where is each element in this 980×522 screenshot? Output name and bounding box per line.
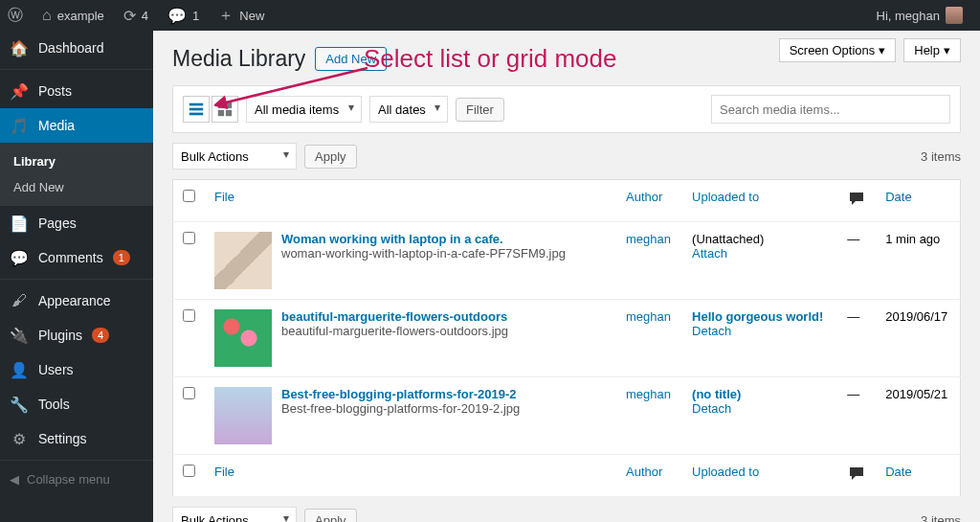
add-new-button[interactable]: Add New [315,47,387,71]
svg-rect-2 [189,113,203,116]
svg-rect-5 [218,110,224,116]
plugins-badge: 4 [92,328,109,343]
row-checkbox[interactable] [183,387,195,399]
svg-rect-4 [226,102,232,108]
detach-link[interactable]: Detach [692,324,731,338]
row-comments: — [837,222,876,300]
row-date: 2019/05/21 [876,377,960,455]
comment-icon: 💬 [10,248,29,267]
submenu-addnew[interactable]: Add New [0,174,153,200]
media-type-select[interactable]: All media items [246,96,362,123]
updates-link[interactable]: ⟳ 4 [116,0,156,31]
collapse-menu[interactable]: ◀ Collapse menu [0,465,153,494]
thumbnail[interactable] [214,387,272,444]
menu-dashboard[interactable]: 🏠 Dashboard [0,31,153,65]
file-title-link[interactable]: Best-free-blogging-platforms-for-2019-2 [281,387,517,401]
comment-column-icon[interactable] [847,465,866,484]
menu-label: Media [38,118,75,133]
svg-rect-1 [189,108,203,111]
update-icon: ⟳ [123,7,136,25]
col-date[interactable]: Date [885,190,911,204]
filter-button[interactable]: Filter [456,98,504,122]
list-view-button[interactable] [183,96,210,123]
date-select[interactable]: All dates [369,96,448,123]
file-title-link[interactable]: Woman working with laptop in a cafe. [281,232,503,246]
content-area: Screen Options ▾ Help ▾ Media Library Ad… [153,31,980,522]
item-count-bottom: 3 items [921,513,961,523]
thumbnail[interactable] [214,232,272,289]
uploaded-link[interactable]: (no title) [692,387,741,401]
new-link[interactable]: ＋ New [211,0,272,31]
account-link[interactable]: Hi, meghan [869,0,970,31]
admin-sidebar: 🏠 Dashboard 📌 Posts 🎵 Media Library Add … [0,31,153,522]
menu-posts[interactable]: 📌 Posts [0,74,153,108]
author-link[interactable]: meghan [626,232,671,246]
submenu-library[interactable]: Library [0,148,153,174]
select-all-top[interactable] [183,190,195,202]
svg-rect-0 [189,103,203,106]
menu-users[interactable]: 👤 Users [0,352,153,387]
apply-button-top[interactable]: Apply [304,145,357,169]
grid-view-button[interactable] [212,96,238,123]
file-title-link[interactable]: beautiful-marguerite-flowers-outdoors [281,309,507,324]
attach-link[interactable]: Attach [692,246,727,261]
row-checkbox[interactable] [183,309,195,322]
search-input[interactable] [711,95,950,124]
menu-settings[interactable]: ⚙ Settings [0,421,153,456]
plug-icon: 🔌 [10,326,29,345]
uploaded-link[interactable]: Hello gorgeous world! [692,309,823,324]
media-submenu: Library Add New [0,143,153,206]
menu-label: Appearance [38,293,111,308]
table-row: Best-free-blogging-platforms-for-2019-2 … [173,377,961,455]
col-uploaded[interactable]: Uploaded to [692,190,759,204]
thumbnail[interactable] [214,309,272,367]
author-link[interactable]: meghan [626,309,671,324]
menu-appearance[interactable]: 🖌 Appearance [0,284,153,318]
dashboard-icon: 🏠 [10,38,29,57]
comments-badge: 1 [113,250,130,265]
comment-column-icon[interactable] [847,190,866,209]
avatar [946,7,963,24]
table-row: beautiful-marguerite-flowers-outdoors be… [173,300,961,377]
row-comments: — [837,300,876,377]
menu-label: Tools [38,397,70,412]
col-file[interactable]: File [214,190,234,204]
comments-count: 1 [192,9,199,23]
help-button[interactable]: Help ▾ [903,38,961,62]
col-author[interactable]: Author [626,190,662,204]
detach-link[interactable]: Detach [692,401,731,416]
menu-label: Users [38,362,74,377]
wp-logo[interactable]: ⓦ [0,0,31,31]
site-link[interactable]: ⌂ example [34,0,112,31]
grid-icon [216,101,234,118]
row-checkbox[interactable] [183,232,195,244]
list-icon [188,101,205,118]
file-name: woman-working-with-laptop-in-a-cafe-PF7S… [214,246,607,261]
uploaded-text: (Unattached) [692,232,764,246]
pin-icon: 📌 [10,81,29,101]
apply-button-bottom[interactable]: Apply [304,509,357,523]
comments-link[interactable]: 💬 1 [160,0,207,31]
greeting: Hi, meghan [877,9,940,23]
col-uploaded-foot[interactable]: Uploaded to [692,465,759,479]
author-link[interactable]: meghan [626,387,671,401]
comment-icon: 💬 [167,7,187,25]
chevron-down-icon: ▾ [944,43,950,57]
bulk-actions-select-top[interactable]: Bulk Actions [172,143,297,170]
menu-comments[interactable]: 💬 Comments 1 [0,240,153,275]
select-all-bottom[interactable] [183,465,195,477]
col-date-foot[interactable]: Date [885,465,911,479]
menu-plugins[interactable]: 🔌 Plugins 4 [0,318,153,352]
updates-count: 4 [142,9,148,23]
file-name: beautiful-marguerite-flowers-outdoors.jp… [214,324,607,338]
menu-media[interactable]: 🎵 Media [0,108,153,143]
col-file-foot[interactable]: File [214,465,234,479]
menu-tools[interactable]: 🔧 Tools [0,387,153,421]
media-icon: 🎵 [10,116,29,135]
plus-icon: ＋ [218,6,234,26]
screen-options-button[interactable]: Screen Options ▾ [779,38,897,62]
item-count-top: 3 items [921,149,961,164]
bulk-actions-select-bottom[interactable]: Bulk Actions [172,507,297,522]
menu-pages[interactable]: 📄 Pages [0,206,153,240]
col-author-foot[interactable]: Author [626,465,662,479]
